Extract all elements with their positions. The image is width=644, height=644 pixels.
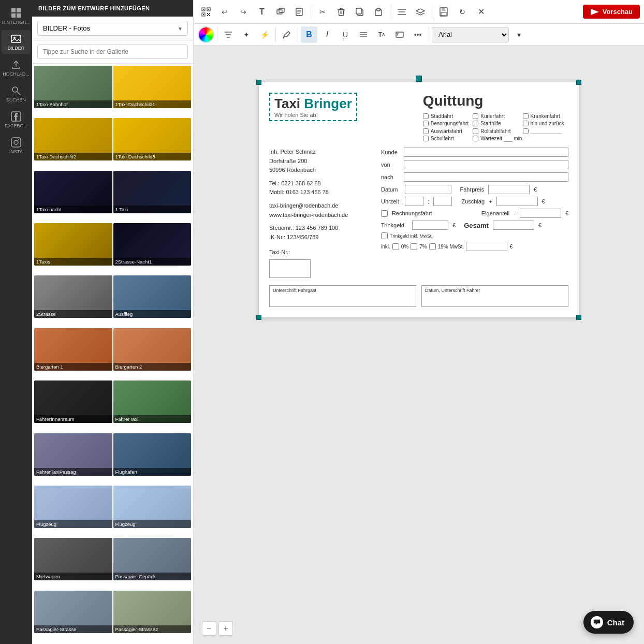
underline-button[interactable]: U — [337, 26, 354, 43]
cut-button[interactable]: ✂ — [314, 4, 331, 20]
cb-besorgungsfahrt-input[interactable] — [423, 121, 429, 126]
image-item[interactable]: 2Strasse — [34, 275, 112, 318]
image-item[interactable]: Mietwagen — [34, 538, 112, 580]
eigenanteil-input[interactable] — [520, 209, 561, 218]
zuschlag-input[interactable] — [496, 197, 538, 206]
image-item[interactable]: Passagier-Gepäck — [113, 538, 192, 580]
image-item[interactable]: Ausflieg — [113, 275, 192, 318]
pen-button[interactable] — [279, 26, 295, 43]
font-size-button[interactable]: TA — [373, 26, 390, 43]
image-item[interactable]: Passagier-Strasse — [34, 591, 112, 633]
zoom-in-button[interactable]: + — [218, 621, 233, 636]
cb-krankenfahrt-input[interactable] — [523, 113, 529, 119]
datum-input[interactable] — [405, 185, 451, 194]
lightning-button[interactable]: ⚡ — [256, 26, 273, 43]
page-button[interactable] — [291, 4, 308, 20]
font-select[interactable]: Arial Times New Roman Helvetica — [432, 27, 509, 42]
text-button[interactable]: T — [254, 4, 270, 20]
cb-stadtfahrt-input[interactable] — [423, 113, 429, 119]
align-options-button[interactable] — [220, 26, 237, 43]
von-input[interactable] — [404, 160, 568, 169]
image-item[interactable]: 1Taxi-Dachschild3 — [113, 118, 192, 160]
close-button[interactable]: ✕ — [473, 4, 489, 20]
cb-blank-input[interactable] — [523, 128, 529, 134]
italic-button[interactable]: I — [319, 26, 335, 43]
sidebar-item-hintergrund[interactable]: HINTERGR... — [2, 4, 31, 28]
image-item[interactable]: 1Taxi-nacht — [34, 171, 112, 213]
mwst7-cb[interactable] — [411, 243, 417, 250]
image-item[interactable]: Flugzeug — [34, 486, 112, 528]
font-dropdown-btn[interactable]: ▾ — [510, 26, 527, 43]
gesamt-input[interactable] — [493, 221, 534, 230]
image-item[interactable]: 1Taxi-Dachschild1 — [113, 66, 192, 108]
selection-handle-tl[interactable] — [256, 80, 261, 85]
receipt-logo-selected[interactable]: Taxi Bringer Wir holen Sie ab! — [269, 93, 357, 121]
image-item[interactable]: Biergarten 2 — [113, 328, 192, 371]
refresh-button[interactable]: ↻ — [454, 4, 471, 20]
fahrpreis-input[interactable] — [488, 185, 530, 194]
sidebar-item-suchen[interactable]: SUCHEN — [2, 82, 31, 106]
sidebar-item-hochlad[interactable]: HOCHLAD... — [2, 56, 31, 80]
sidebar-item-facebook[interactable]: FACEBO... — [2, 108, 31, 131]
text-box-button[interactable] — [391, 26, 408, 43]
uhrzeit-m-input[interactable] — [433, 197, 452, 206]
addr-tel: Tel.: 0221 368 62 88 — [269, 179, 373, 188]
image-item[interactable]: 1Taxi-Bahnhof — [34, 66, 112, 108]
image-item[interactable]: Flugzeug — [113, 486, 192, 528]
color-wheel-button[interactable] — [198, 26, 214, 43]
image-item[interactable]: Biergarten 1 — [34, 328, 112, 371]
gallery-search-input[interactable] — [37, 45, 188, 59]
undo-button[interactable]: ↩ — [216, 4, 233, 20]
cb-schulfahrt-input[interactable] — [423, 136, 429, 141]
image-item[interactable]: FahrerInnenraum — [34, 380, 112, 423]
save-button[interactable] — [435, 4, 452, 20]
selection-handle-tr[interactable] — [576, 80, 581, 85]
image-item[interactable]: 1 Taxi — [113, 171, 192, 213]
sidebar-item-bilder[interactable]: BILDER — [2, 30, 31, 54]
mwst19-cb[interactable] — [429, 243, 436, 250]
image-item[interactable]: 1Taxis — [34, 223, 112, 266]
chat-widget[interactable]: Chat — [583, 611, 634, 634]
taxi-nr-input[interactable] — [269, 259, 311, 278]
sidebar-item-insta[interactable]: INSTA — [2, 134, 31, 157]
redo-button[interactable]: ↪ — [235, 4, 252, 20]
mwst0-cb[interactable] — [392, 243, 399, 250]
delete-button[interactable] — [333, 4, 349, 20]
trinkgeld-inkl-cb[interactable] — [381, 232, 388, 239]
cb-wartezeit: Wartezeit min. — [473, 136, 568, 141]
category-select[interactable]: BILDER - FotosBILDER - GrafikenBILDER - … — [37, 21, 188, 36]
uhrzeit-h-input[interactable] — [405, 197, 423, 206]
sparkle-button[interactable]: ✦ — [238, 26, 255, 43]
align-button[interactable] — [393, 4, 410, 20]
copy-button[interactable] — [352, 4, 368, 20]
image-item[interactable]: FahrerTaxiPassag — [34, 433, 112, 476]
bold-button[interactable]: B — [301, 26, 317, 43]
shape-button[interactable] — [272, 4, 289, 20]
cb-starthilfe-input[interactable] — [473, 121, 478, 126]
mwst-amount-input[interactable] — [466, 242, 507, 251]
cb-rollstuhlfahrt-input[interactable] — [473, 128, 478, 134]
paste-button[interactable] — [370, 4, 387, 20]
layers-button[interactable] — [412, 4, 429, 20]
more-button[interactable]: ••• — [409, 26, 426, 43]
kunde-input[interactable] — [404, 148, 568, 157]
cb-wartezeit-input[interactable] — [473, 136, 478, 141]
selection-handle-br[interactable] — [576, 315, 581, 320]
image-item[interactable]: 2Strasse-Nacht1 — [113, 223, 192, 266]
zoom-out-button[interactable]: − — [202, 621, 216, 636]
image-item[interactable]: FahrerTaxi — [113, 380, 192, 423]
cb-hinundzurueck-input[interactable] — [523, 121, 529, 126]
selection-handle-top[interactable] — [416, 76, 422, 82]
image-item[interactable]: Passagier-Strasse2 — [113, 591, 192, 633]
image-item[interactable]: Flughafen — [113, 433, 192, 476]
rechnungsfahrt-cb[interactable] — [381, 210, 388, 217]
trinkgeld-input[interactable] — [412, 221, 448, 230]
text-align-button[interactable] — [355, 26, 372, 43]
selection-handle-bl[interactable] — [256, 315, 261, 320]
nach-input[interactable] — [404, 172, 568, 182]
cb-auswaertsfahrt-input[interactable] — [423, 128, 429, 134]
qr-button[interactable] — [198, 4, 214, 20]
image-item[interactable]: 1Taxi-Dachschild2 — [34, 118, 112, 160]
cb-kurierfahrt-input[interactable] — [473, 113, 478, 119]
preview-button[interactable]: Vorschau — [583, 5, 640, 19]
